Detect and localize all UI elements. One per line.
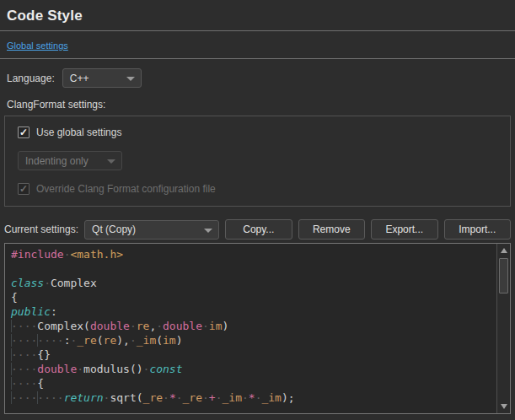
override-clang-format-checkbox: ✓ Override Clang Format configuration fi…: [18, 183, 497, 195]
vertical-scrollbar[interactable]: [496, 244, 510, 413]
code-editor-content: #include·<math.h> class·Complex{public:·…: [5, 244, 510, 405]
code-style-settings-page: Code Style Global settings Language: C++…: [0, 0, 515, 420]
scroll-up-icon: [501, 248, 507, 253]
chevron-down-icon: [126, 77, 135, 81]
scroll-down-icon: [501, 404, 507, 409]
chevron-down-icon: [204, 229, 212, 233]
global-settings-link[interactable]: Global settings: [7, 40, 68, 51]
current-settings-value: Qt (Copy): [92, 223, 136, 235]
language-dropdown-value: C++: [70, 73, 89, 84]
checkbox-checked-icon: ✓: [18, 183, 30, 195]
remove-button[interactable]: Remove: [298, 219, 365, 240]
scrollbar-thumb[interactable]: [499, 258, 508, 293]
current-settings-dropdown[interactable]: Qt (Copy): [84, 220, 219, 240]
page-title: Code Style: [0, 0, 515, 24]
copy-button[interactable]: Copy...: [225, 219, 292, 240]
export-button[interactable]: Export...: [371, 219, 437, 240]
current-settings-label: Current settings:: [4, 223, 78, 235]
clangformat-groupbox: ✓ Use global settings Indenting only ✓ O…: [4, 116, 511, 207]
scroll-up-button[interactable]: [498, 245, 509, 256]
scroll-down-button[interactable]: [498, 401, 509, 412]
language-dropdown[interactable]: C++: [62, 68, 142, 88]
use-global-settings-label: Use global settings: [36, 127, 121, 138]
code-preview-editor[interactable]: #include·<math.h> class·Complex{public:·…: [4, 243, 511, 414]
clangformat-settings-label: ClangFormat settings:: [7, 99, 508, 110]
import-button[interactable]: Import...: [444, 219, 511, 240]
language-label: Language:: [7, 73, 55, 84]
use-global-settings-checkbox[interactable]: ✓ Use global settings: [18, 127, 497, 138]
override-clang-format-label: Override Clang Format configuration file: [36, 183, 216, 195]
separator: [0, 58, 515, 59]
formatting-mode-dropdown: Indenting only: [18, 151, 122, 170]
chevron-down-icon: [107, 159, 115, 164]
checkbox-checked-icon: ✓: [18, 127, 30, 138]
formatting-mode-value: Indenting only: [25, 155, 89, 167]
